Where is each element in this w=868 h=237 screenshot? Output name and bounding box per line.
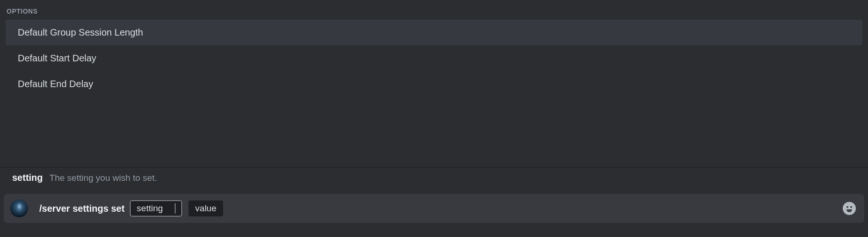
parameter-hint-bar: setting The setting you wish to set.	[0, 167, 868, 189]
option-item[interactable]: Default Group Session Length	[6, 20, 862, 45]
emoji-picker-icon[interactable]	[843, 202, 856, 215]
slash-command-text: /server settings set	[39, 203, 124, 214]
options-header: OPTIONS	[0, 5, 868, 20]
command-option-pill-setting[interactable]: setting	[130, 200, 182, 216]
command-option-pill-value[interactable]: value	[188, 200, 223, 216]
bot-avatar	[10, 200, 28, 217]
option-item[interactable]: Default Start Delay	[6, 45, 862, 71]
message-input-bar[interactable]: /server settings set setting value	[4, 194, 864, 223]
parameter-description: The setting you wish to set.	[50, 173, 157, 183]
parameter-name: setting	[12, 172, 43, 183]
options-autocomplete-panel: OPTIONS Default Group Session Length Def…	[0, 0, 868, 97]
option-item[interactable]: Default End Delay	[6, 71, 862, 97]
